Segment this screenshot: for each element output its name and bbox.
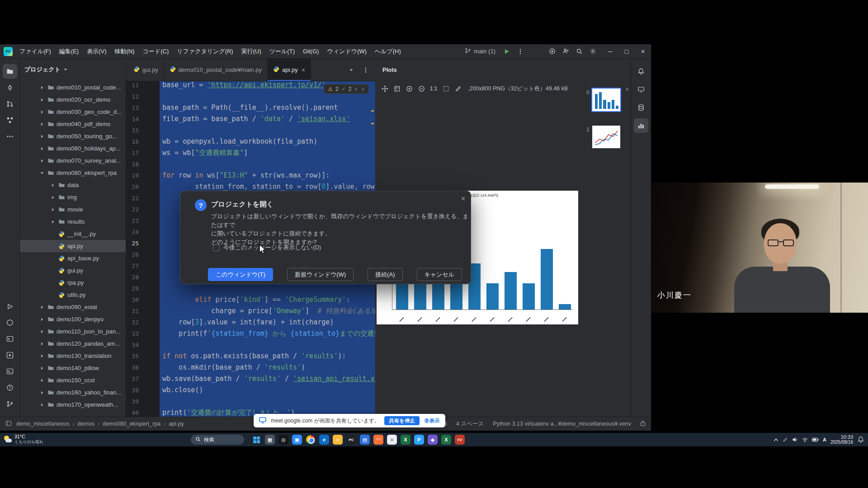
menu-item-実行(U)[interactable]: 実行(U) — [237, 44, 265, 59]
search-icon[interactable] — [572, 46, 586, 57]
menu-item-ファイル(F)[interactable]: ファイル(F) — [15, 44, 55, 59]
menu-item-ヘルプ(H)[interactable]: ヘルプ(H) — [371, 44, 405, 59]
chevron-right-icon[interactable] — [38, 159, 46, 163]
chevron-right-icon[interactable] — [38, 305, 46, 310]
error-stripe-mark[interactable] — [371, 110, 374, 112]
problems-icon[interactable] — [3, 380, 17, 395]
tree-item-demo170_openweath...[interactable]: demo170_openweath... — [20, 399, 126, 411]
services-icon[interactable] — [3, 348, 17, 362]
media-app-icon[interactable]: ▦ — [265, 435, 275, 445]
tree-item-movie[interactable]: movie — [20, 203, 126, 216]
tree-item-demo040_pdf_demo[interactable]: demo040_pdf_demo — [20, 118, 126, 130]
project-icon[interactable] — [3, 64, 17, 79]
breadcrumb-demo080_ekispert_rpa[interactable]: demo080_ekispert_rpa — [103, 421, 160, 427]
code-line[interactable]: 37wb.save(base_path / 'results' / 'seisa… — [126, 373, 375, 385]
chevron-right-icon[interactable] — [38, 403, 46, 407]
tree-item-demo100_denpyo[interactable]: demo100_denpyo — [20, 313, 126, 325]
tree-item-demo010_postal_code...[interactable]: demo010_postal_code... — [20, 81, 126, 94]
code-line[interactable]: 29 — [126, 283, 375, 294]
tree-item-demo050_touring_go...[interactable]: demo050_touring_go... — [20, 130, 126, 142]
version-control-icon[interactable] — [3, 397, 17, 411]
zoom-icon[interactable]: ▣ — [292, 435, 302, 445]
code-line[interactable]: 18 — [126, 159, 375, 170]
breadcrumb-demos[interactable]: demos — [78, 421, 95, 427]
error-stripe-mark[interactable] — [371, 123, 374, 124]
minimize-button[interactable]: ─ — [602, 44, 618, 59]
run-icon[interactable] — [3, 299, 17, 314]
plots-panel-header[interactable]: Plots — [375, 59, 631, 80]
code-line[interactable]: 31 charge = price['Oneway'] # 特急料金(ある場合 — [126, 305, 375, 317]
chevron-up-icon[interactable] — [774, 437, 778, 442]
pull-requests-icon[interactable] — [3, 97, 17, 111]
dialog-button-このウィンドウ(T)[interactable]: このウィンドウ(T) — [208, 268, 273, 281]
menu-item-表示(V)[interactable]: 表示(V) — [83, 44, 110, 59]
tree-item-demo140_pillow[interactable]: demo140_pillow — [20, 362, 126, 374]
menu-item-ツール(T)[interactable]: ツール(T) — [265, 44, 299, 59]
python-console-icon[interactable] — [3, 332, 17, 346]
hide-banner-button[interactable]: 非表示 — [424, 418, 440, 424]
plot-thumbnail-0[interactable] — [592, 89, 620, 111]
lock-icon[interactable] — [640, 420, 646, 427]
next-issue-icon[interactable]: ∨ — [361, 86, 365, 92]
chevron-right-icon[interactable] — [38, 110, 46, 114]
status-item[interactable]: 4 スペース — [456, 420, 484, 428]
clock-widget[interactable]: 10:332025/08/16 — [830, 435, 853, 445]
code-line[interactable]: 38wb.close() — [126, 385, 375, 396]
tree-item-demo030_geo_code_d...[interactable]: demo030_geo_code_d... — [20, 106, 126, 118]
excel2-icon[interactable]: X — [441, 435, 451, 445]
tree-item-__init__.py[interactable]: __init__.py — [20, 228, 126, 240]
prev-issue-icon[interactable]: ∧ — [354, 86, 358, 92]
menu-item-Git(G)[interactable]: Git(G) — [299, 44, 323, 59]
stop-sharing-button[interactable]: 共有を停止 — [384, 416, 420, 425]
breadcrumb-demo_miscellaneous[interactable]: demo_miscellaneous — [16, 421, 69, 427]
chevron-right-icon[interactable] — [38, 122, 46, 127]
code-line[interactable]: 36 os.mkdir(base_path / 'results') — [126, 362, 375, 373]
firefox-icon[interactable]: ◠ — [373, 435, 383, 445]
close-tab-icon[interactable]: × — [302, 66, 305, 74]
close-icon[interactable]: × — [461, 195, 465, 203]
git-branch-widget[interactable]: main (1) — [460, 47, 500, 55]
menu-item-編集(E)[interactable]: 編集(E) — [55, 44, 83, 59]
project-panel-header[interactable]: プロジェクト — [20, 59, 126, 80]
tree-item-results[interactable]: results — [20, 216, 126, 228]
tree-item-demo160_yahoo_finan...[interactable]: demo160_yahoo_finan... — [20, 386, 126, 399]
chevron-down-icon[interactable] — [38, 171, 46, 175]
code-line[interactable]: 13base_path = Path(__file__).resolve().p… — [126, 102, 375, 113]
tab-gui.py[interactable]: gui.py — [128, 59, 164, 81]
tree-item-rpa.py[interactable]: rpa.py — [20, 277, 126, 289]
chevron-right-icon[interactable] — [49, 220, 57, 224]
menu-item-コード(C)[interactable]: コード(C) — [139, 44, 173, 59]
tree-item-api_base.py[interactable]: api_base.py — [20, 252, 126, 264]
plots-icon[interactable] — [634, 118, 648, 133]
notifications-icon[interactable] — [634, 64, 648, 79]
zoom-in-icon[interactable] — [403, 83, 415, 94]
commit-icon[interactable] — [3, 80, 17, 95]
battery-icon[interactable] — [812, 437, 819, 442]
move-icon[interactable] — [379, 83, 391, 94]
code-line[interactable]: 34 — [126, 339, 375, 351]
sciview-icon[interactable] — [634, 82, 648, 97]
chevron-right-icon[interactable] — [49, 207, 57, 212]
code-line[interactable]: 14file_path = base_path / 'data' / 'seis… — [126, 113, 375, 125]
dialog-button-キャンセル[interactable]: キャンセル — [417, 268, 462, 281]
play-icon[interactable] — [500, 46, 514, 57]
tree-item-demo150_ccxt[interactable]: demo150_ccxt — [20, 374, 126, 386]
tree-item-demo060_holidays_ap...[interactable]: demo060_holidays_ap... — [20, 142, 126, 155]
edge-icon[interactable]: e — [319, 435, 329, 445]
explorer-icon[interactable]: ▱ — [333, 435, 343, 445]
structure-icon[interactable] — [3, 113, 17, 127]
pen-icon[interactable] — [783, 437, 788, 442]
chevron-right-icon[interactable] — [38, 390, 46, 395]
status-item[interactable]: Python 3.13 virtualenv a...¥demo_miscell… — [493, 421, 631, 427]
filezilla-icon[interactable]: FZ — [455, 435, 465, 445]
code-line[interactable]: 32 row[3].value = int(fare) + int(charge… — [126, 317, 375, 328]
pycharm-icon[interactable]: PC — [346, 435, 356, 445]
ime-indicator[interactable]: A — [823, 437, 826, 442]
code-line[interactable]: 30 elif price['kind'] == 'ChargeSummary'… — [126, 294, 375, 305]
chevron-right-icon[interactable] — [38, 85, 46, 90]
chevron-right-icon[interactable] — [38, 146, 46, 151]
dont-show-again-checkbox[interactable] — [213, 244, 220, 251]
dialog-button-新規ウィンドウ(W)[interactable]: 新規ウィンドウ(W) — [287, 268, 354, 281]
chevron-right-icon[interactable] — [38, 134, 46, 139]
menu-item-リファクタリング(R)[interactable]: リファクタリング(R) — [173, 44, 237, 59]
